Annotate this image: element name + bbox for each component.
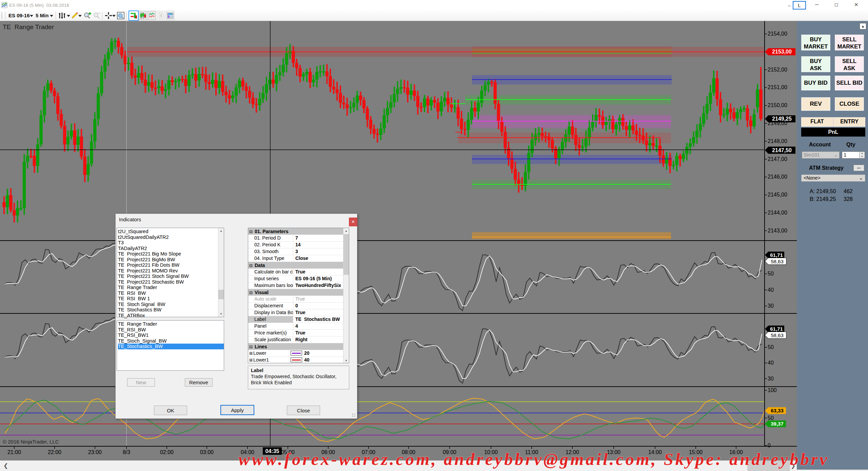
svg-text:63,33: 63,33 [771, 408, 784, 413]
svg-text:50: 50 [768, 415, 774, 421]
svg-text:© 2016 NinjaTrader, LLC: © 2016 NinjaTrader, LLC [3, 439, 59, 445]
svg-text:2151,00: 2151,00 [768, 84, 787, 90]
svg-text:2152,00: 2152,00 [768, 67, 787, 73]
svg-text:61,71: 61,71 [770, 326, 783, 332]
svg-text:50: 50 [768, 271, 774, 277]
svg-text:58,63: 58,63 [771, 259, 784, 264]
svg-text:22:00: 22:00 [48, 449, 61, 455]
svg-text:$: $ [160, 14, 162, 18]
svg-text:100: 100 [768, 387, 777, 393]
svg-text:2148,00: 2148,00 [768, 138, 787, 144]
svg-text:50: 50 [768, 344, 774, 350]
svg-text:2144,00: 2144,00 [768, 210, 787, 216]
svg-text:40: 40 [768, 287, 774, 293]
svg-text:23:00: 23:00 [88, 449, 102, 455]
svg-text:39,37: 39,37 [771, 421, 784, 427]
svg-text:2147,00: 2147,00 [768, 156, 787, 162]
svg-text:21:00: 21:00 [7, 449, 21, 455]
svg-text:2147,50: 2147,50 [772, 147, 792, 153]
svg-text:2154,00: 2154,00 [768, 31, 787, 37]
svg-text:30: 30 [768, 376, 774, 382]
svg-text:2153,00: 2153,00 [772, 49, 792, 55]
svg-text:40: 40 [768, 360, 774, 366]
svg-text:61,71: 61,71 [770, 252, 783, 258]
svg-text:2145,00: 2145,00 [768, 192, 787, 198]
svg-text:0: 0 [768, 443, 771, 448]
svg-text:03:00: 03:00 [200, 449, 214, 455]
svg-text:30: 30 [768, 303, 774, 309]
svg-text:TE Range Trader: TE Range Trader [3, 23, 54, 30]
svg-text:02:00: 02:00 [160, 449, 174, 455]
svg-text:2149,25: 2149,25 [772, 116, 792, 122]
svg-text:58,63: 58,63 [771, 332, 784, 338]
svg-text:2150,00: 2150,00 [768, 102, 787, 108]
svg-text:2143,00: 2143,00 [768, 228, 787, 233]
svg-text:8/3: 8/3 [123, 449, 130, 455]
svg-text:2146,00: 2146,00 [768, 174, 787, 180]
